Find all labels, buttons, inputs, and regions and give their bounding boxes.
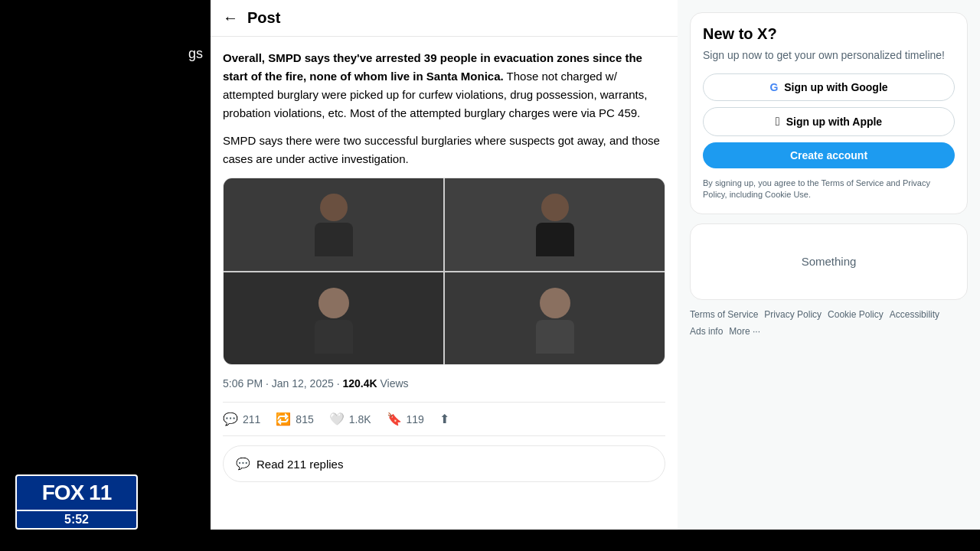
- comment-icon: 💬: [223, 412, 238, 426]
- more-link[interactable]: More ···: [729, 326, 760, 337]
- mugshot-4: [445, 272, 665, 365]
- mugshots-grid: [223, 178, 665, 365]
- ads-info-link[interactable]: Ads info: [690, 326, 723, 337]
- something-card: Something: [690, 223, 968, 300]
- new-to-x-card: New to X? Sign up now to get your own pe…: [690, 12, 968, 214]
- comments-count: 211: [243, 413, 260, 425]
- post-title: Post: [247, 9, 280, 27]
- something-text: Something: [802, 255, 857, 268]
- mugshot-face-3: [224, 272, 443, 365]
- main-post-area: ← Post Overall, SMPD says they've arrest…: [211, 0, 678, 551]
- new-to-x-subtitle: Sign up now to get your own personalized…: [703, 49, 955, 61]
- retweets-count: 815: [296, 413, 313, 425]
- apple-signup-button[interactable]:  Sign up with Apple: [703, 107, 955, 136]
- bookmarks-stat[interactable]: 🔖 119: [387, 412, 424, 426]
- create-account-button[interactable]: Create account: [703, 142, 955, 168]
- fox-time: 5:52: [64, 513, 89, 527]
- google-signup-label: Sign up with Google: [784, 81, 887, 93]
- apple-signup-label: Sign up with Apple: [786, 116, 882, 128]
- right-sidebar: New to X? Sign up now to get your own pe…: [678, 0, 980, 551]
- sidebar-footer: Terms of Service Privacy Policy Cookie P…: [690, 309, 968, 337]
- mugshot-face-2: [445, 178, 665, 271]
- terms-link[interactable]: Terms of Service: [690, 309, 758, 320]
- apple-icon: : [776, 115, 780, 129]
- new-to-x-title: New to X?: [703, 25, 955, 43]
- left-panel: gs: [0, 0, 211, 551]
- terms-text: By signing up, you agree to the Terms of…: [703, 178, 955, 201]
- post-content: Overall, SMPD says they've arrested 39 p…: [211, 37, 678, 544]
- post-views-label: Views: [377, 377, 409, 390]
- share-stat[interactable]: ⬆: [439, 412, 449, 426]
- mugshot-1: [224, 178, 443, 271]
- accessibility-link[interactable]: Accessibility: [890, 309, 939, 320]
- fox-time-area: 5:52: [17, 510, 136, 528]
- bookmarks-count: 119: [407, 413, 424, 425]
- person-4: [532, 288, 578, 349]
- google-icon: G: [769, 81, 778, 93]
- mugshot-face-1: [224, 178, 443, 271]
- bottom-bar: [0, 530, 980, 551]
- back-button[interactable]: ←: [223, 9, 238, 27]
- retweets-stat[interactable]: 🔁 815: [276, 412, 313, 426]
- post-views-count: 120.4K: [342, 377, 377, 390]
- post-meta: 5:06 PM · Jan 12, 2025 · 120.4K Views: [223, 374, 665, 390]
- mugshot-3: [224, 272, 443, 365]
- read-replies-label: Read 211 replies: [256, 458, 343, 471]
- retweet-icon: 🔁: [276, 412, 291, 426]
- fox-logo-area: FOX 11: [17, 476, 136, 510]
- post-stats-bar: 💬 211 🔁 815 🤍 1.8K 🔖 119 ⬆: [223, 402, 665, 436]
- left-panel-text: gs: [188, 46, 203, 62]
- likes-stat[interactable]: 🤍 1.8K: [329, 412, 371, 426]
- person-1: [311, 194, 357, 255]
- chat-bubble-icon: 💬: [236, 457, 250, 471]
- mugshot-face-4: [445, 272, 665, 365]
- google-signup-button[interactable]: G Sign up with Google: [703, 73, 955, 101]
- mugshot-2: [445, 178, 665, 271]
- create-account-label: Create account: [790, 149, 867, 161]
- comments-stat[interactable]: 💬 211: [223, 412, 260, 426]
- fox-logo: FOX 11: [42, 481, 111, 505]
- cookie-link[interactable]: Cookie Policy: [828, 309, 884, 320]
- post-paragraph-2: SMPD says there were two successful burg…: [223, 132, 665, 168]
- heart-icon: 🤍: [329, 412, 345, 426]
- post-time: 5:06 PM · Jan 12, 2025: [223, 377, 334, 390]
- likes-count: 1.8K: [349, 413, 371, 425]
- privacy-link[interactable]: Privacy Policy: [764, 309, 822, 320]
- share-icon: ⬆: [439, 412, 449, 426]
- post-header: ← Post: [211, 0, 678, 37]
- fox-11-overlay: FOX 11 5:52: [15, 474, 138, 530]
- post-paragraph-1: Overall, SMPD says they've arrested 39 p…: [223, 49, 665, 122]
- person-2: [532, 194, 578, 255]
- bookmark-icon: 🔖: [387, 412, 402, 426]
- read-replies-button[interactable]: 💬 Read 211 replies: [223, 445, 665, 482]
- person-3: [311, 288, 357, 349]
